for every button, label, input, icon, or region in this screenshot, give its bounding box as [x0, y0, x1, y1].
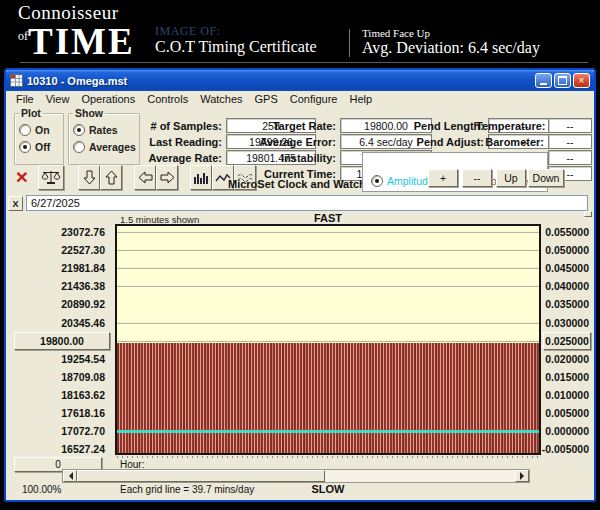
left-axis-label: 23072.76 [14, 223, 110, 241]
menu-item[interactable]: Watches [194, 93, 248, 105]
vertical-slider-handle[interactable] [584, 211, 592, 217]
menu-item[interactable]: Controls [141, 93, 194, 105]
red-x-icon: × [16, 165, 28, 189]
image-of-label: IMAGE OF: [155, 24, 221, 39]
menu-item[interactable]: Operations [75, 93, 141, 105]
temperature-row: Temperature: -- [476, 118, 592, 133]
move-down-button[interactable] [78, 165, 100, 190]
date-field[interactable]: 6/27/2025 [26, 195, 588, 211]
right-axis-label: 0.035000 [543, 295, 591, 313]
left-axis-label: 21436.38 [14, 277, 110, 295]
menu-item[interactable]: View [40, 93, 76, 105]
right-axis-label: 0.025000 [543, 332, 591, 350]
window-content: Plot On Off Show Rates Averages # of S [6, 107, 594, 500]
scrollbar-right-arrow[interactable] [515, 470, 529, 482]
temperature-field[interactable]: -- [548, 118, 592, 133]
right-axis-label: 0.015000 [543, 368, 591, 386]
left-axis-label: 18709.08 [14, 368, 110, 386]
right-axis-label: 0.045000 [543, 259, 591, 277]
left-axis-label: 19254.54 [14, 350, 110, 368]
average-error-label: Average Error: [256, 136, 336, 148]
logo-time: TIME [28, 21, 135, 62]
radio-selected-icon [19, 141, 31, 153]
balance-scale-icon [41, 169, 61, 186]
horizontal-scrollbar[interactable] [62, 469, 530, 483]
plot-off-label: Off [35, 141, 50, 153]
menu-item[interactable]: Help [344, 93, 379, 105]
scrollbar-thumb[interactable] [77, 470, 325, 482]
app-icon [10, 74, 23, 87]
show-rates-label: Rates [89, 124, 118, 136]
menu-item[interactable]: Configure [284, 93, 344, 105]
pend-length-label: Pend Length: [406, 120, 484, 132]
screenshot-root: { "banner": { "logo_line1": "Connoisseur… [0, 0, 600, 510]
target-rate-label: Target Rate: [256, 120, 336, 132]
left-axis-label: 20890.92 [14, 295, 110, 313]
plot-group-title: Plot [19, 107, 43, 119]
show-rates-radio[interactable]: Rates [73, 124, 118, 136]
radio-icon [73, 141, 85, 153]
delete-sample-button[interactable]: × [10, 164, 34, 190]
left-arrow-icon [138, 171, 153, 184]
title-bar[interactable]: 10310 - Omega.mst × [6, 70, 594, 91]
amplitude-radio[interactable]: Amplitude [371, 175, 434, 187]
timing-chart[interactable] [115, 224, 541, 455]
left-axis-label: 17072.70 [14, 422, 110, 440]
right-axis-label: 0.005000 [543, 404, 591, 422]
zoom-in-button[interactable]: + [428, 169, 458, 187]
x-axis-ticks [117, 456, 539, 458]
last-reading-label: Last Reading: [132, 136, 222, 148]
left-axis-label: 19800.00 [14, 332, 110, 350]
right-axis-labels: 0.0550000.0500000.0450000.0400000.035000… [543, 223, 591, 458]
app-window: 10310 - Omega.mst × FileViewOperationsCo… [4, 68, 596, 502]
balance-button[interactable] [38, 165, 64, 190]
samples-label: # of Samples: [132, 120, 222, 132]
plot-on-radio[interactable]: On [19, 124, 50, 136]
right-axis-label: 0.055000 [543, 223, 591, 241]
bar-view-button[interactable] [190, 165, 212, 190]
maximize-button[interactable] [554, 73, 571, 88]
left-axis-label: 18163.62 [14, 386, 110, 404]
down-arrow-icon [83, 170, 96, 185]
plot-off-radio[interactable]: Off [19, 141, 50, 153]
menu-item[interactable]: GPS [249, 93, 284, 105]
show-group-title: Show [73, 107, 105, 119]
minimize-button[interactable] [535, 73, 552, 88]
pan-up-button[interactable]: Up [496, 169, 526, 187]
menu-bar: FileViewOperationsControlsWatchesGPSConf… [6, 91, 594, 108]
right-axis-label: 0.040000 [543, 277, 591, 295]
right-axis-label: 0.010000 [543, 386, 591, 404]
window-title: 10310 - Omega.mst [27, 75, 535, 87]
plot-on-label: On [35, 124, 50, 136]
right-arrow-icon [160, 171, 175, 184]
baro-temp-field[interactable]: -- [548, 150, 592, 165]
left-axis-label: 21981.84 [14, 259, 110, 277]
certificate-title: C.O.T Timing Certificate [155, 38, 316, 56]
amplitude-label: Amplitude [387, 175, 434, 187]
connoisseur-of-time-logo: Connoisseur ofTIME [18, 2, 135, 63]
close-icon: × [579, 76, 585, 86]
clear-date-button[interactable]: X [8, 196, 23, 211]
scroll-right-button[interactable] [156, 165, 178, 190]
zoom-out-button[interactable]: -- [462, 169, 492, 187]
barometer-field[interactable]: -- [548, 134, 592, 149]
banner-rule [20, 62, 588, 63]
temperature-label: Temperature: [476, 120, 544, 132]
certificate-banner: Connoisseur ofTIME IMAGE OF: C.O.T Timin… [0, 0, 600, 66]
move-up-button[interactable] [100, 165, 122, 190]
right-triangle-icon [520, 472, 528, 480]
left-axis-label: 17618.16 [14, 404, 110, 422]
pan-down-button[interactable]: Down [528, 169, 564, 187]
scrollbar-track[interactable] [325, 470, 515, 482]
close-button[interactable]: × [573, 73, 590, 88]
right-axis-label: 0.020000 [543, 350, 591, 368]
left-axis-label: 20345.46 [14, 313, 110, 331]
show-averages-radio[interactable]: Averages [73, 141, 136, 153]
barometer-row: Barometer: -- [476, 134, 592, 149]
scrollbar-left-arrow[interactable] [63, 470, 77, 482]
scroll-left-button[interactable] [134, 165, 156, 190]
banner-divider [349, 29, 350, 57]
menu-item[interactable]: File [10, 93, 40, 105]
right-axis-label: 0.050000 [543, 241, 591, 259]
timed-face-up-label: Timed Face Up [362, 27, 430, 39]
